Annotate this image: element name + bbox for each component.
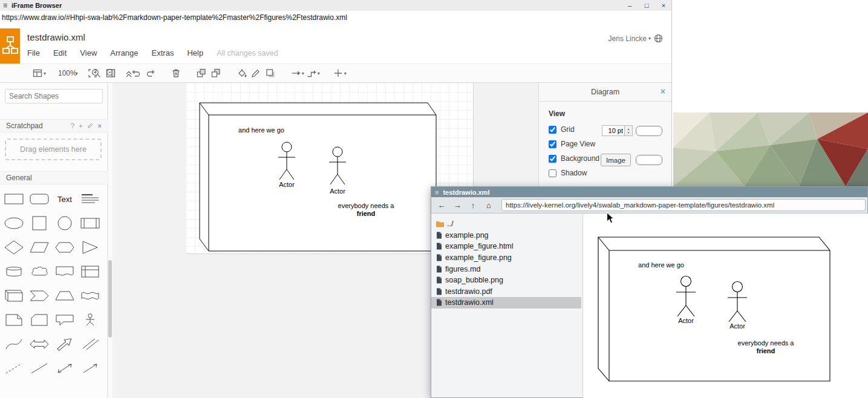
- home-button[interactable]: ⌂: [482, 199, 495, 211]
- shape-bidirectional-arrow[interactable]: [27, 332, 52, 356]
- shape-bidirectional-connector[interactable]: [52, 356, 77, 380]
- user-menu[interactable]: Jens Lincke ▾: [609, 34, 663, 43]
- file-row[interactable]: testdrawio.pdf: [431, 286, 581, 298]
- globe-icon[interactable]: [654, 34, 663, 43]
- line-color-button[interactable]: [249, 65, 263, 81]
- scratchpad-drop-zone[interactable]: Drag elements here: [5, 139, 102, 160]
- shape-square[interactable]: [27, 211, 52, 235]
- menu-extras[interactable]: Extras: [152, 48, 174, 57]
- shape-directional-connector[interactable]: [77, 356, 103, 380]
- shape-text[interactable]: Text: [52, 187, 77, 211]
- back-button[interactable]: ←: [435, 199, 448, 211]
- shape-arrow[interactable]: [52, 332, 77, 356]
- format-panel-title[interactable]: Diagram: [591, 88, 619, 96]
- shadow-button[interactable]: [263, 65, 278, 81]
- shape-circle[interactable]: [52, 211, 77, 235]
- box-label[interactable]: and here we go: [238, 126, 284, 134]
- shape-note[interactable]: [1, 308, 27, 332]
- caption-line2[interactable]: friend: [357, 210, 376, 217]
- format-close-icon[interactable]: ×: [661, 86, 665, 96]
- scratchpad-close-icon[interactable]: ×: [98, 122, 102, 129]
- grid-checkbox[interactable]: [549, 126, 556, 134]
- connection-button[interactable]: [289, 65, 303, 81]
- shape-callout[interactable]: [52, 308, 77, 332]
- file-row[interactable]: example_figure.html: [431, 241, 581, 252]
- page-view-button[interactable]: [30, 65, 45, 81]
- shape-line[interactable]: [27, 356, 52, 380]
- sidebar-scrollbar-track[interactable]: [108, 83, 113, 398]
- caption-line1[interactable]: everybody needs a: [338, 202, 395, 209]
- edit-pencil-icon[interactable]: [87, 122, 94, 130]
- actor1-label[interactable]: Actor: [279, 181, 295, 188]
- chevron-down-icon[interactable]: ▾: [344, 71, 347, 76]
- to-back-button[interactable]: [209, 65, 223, 81]
- file-row-selected[interactable]: testdrawio.xml: [431, 297, 581, 308]
- menu-help[interactable]: Help: [187, 48, 203, 57]
- maximize-button[interactable]: □: [642, 0, 651, 11]
- shape-curve[interactable]: [1, 332, 27, 356]
- window-menu-icon[interactable]: ≡: [435, 189, 439, 196]
- menu-view[interactable]: View: [80, 48, 97, 57]
- lively-titlebar[interactable]: ≡ testdrawio.xml: [431, 187, 867, 197]
- collapse-button[interactable]: [122, 65, 136, 81]
- forward-button[interactable]: →: [451, 199, 464, 211]
- grid-color-swatch[interactable]: [636, 126, 662, 136]
- shape-step[interactable]: [27, 284, 52, 308]
- window-menu-icon[interactable]: ≡: [3, 1, 7, 10]
- shadow-checkbox[interactable]: [549, 169, 556, 177]
- page-view-checkbox[interactable]: [549, 140, 556, 148]
- shape-cylinder[interactable]: [1, 259, 27, 284]
- actor2-label[interactable]: Actor: [330, 188, 345, 195]
- up-button[interactable]: ↑: [466, 199, 480, 211]
- shape-card[interactable]: [27, 308, 52, 332]
- format-panel-toggle-button[interactable]: [103, 65, 118, 81]
- file-row[interactable]: soap_bubble.png: [431, 275, 581, 286]
- shape-actor[interactable]: [77, 308, 103, 332]
- file-row[interactable]: example.png: [431, 230, 581, 241]
- redo-button[interactable]: [143, 65, 158, 81]
- window-titlebar[interactable]: ≡ iFrame Browser – □ ×: [0, 0, 671, 11]
- shape-triangle[interactable]: [77, 235, 103, 259]
- shape-process[interactable]: [77, 211, 103, 235]
- shape-textbox[interactable]: [77, 187, 103, 211]
- file-row[interactable]: figures.md: [431, 263, 581, 275]
- shape-dashed-line[interactable]: [1, 356, 27, 380]
- fill-color-button[interactable]: [234, 65, 249, 81]
- grid-size-stepper[interactable]: ▴ ▾: [624, 125, 633, 136]
- shape-ellipse[interactable]: [1, 211, 27, 235]
- close-button[interactable]: ×: [659, 0, 668, 11]
- help-icon[interactable]: ?: [71, 122, 74, 129]
- lively-url-input[interactable]: [501, 199, 866, 211]
- file-row[interactable]: example_figure.png: [431, 252, 581, 264]
- shape-cube[interactable]: [1, 284, 27, 308]
- image-button[interactable]: Image: [601, 154, 631, 166]
- shape-diamond[interactable]: [1, 235, 27, 259]
- shape-rounded-rectangle[interactable]: [27, 187, 52, 211]
- shape-document[interactable]: [52, 259, 77, 284]
- sidebar-scrollbar-thumb[interactable]: [108, 260, 112, 338]
- menu-file[interactable]: File: [27, 48, 40, 57]
- fullscreen-button[interactable]: [85, 65, 100, 81]
- shape-hexagon[interactable]: [52, 235, 77, 259]
- menu-arrange[interactable]: Arrange: [110, 48, 138, 57]
- delete-button[interactable]: [169, 65, 183, 81]
- shape-parallelogram[interactable]: [27, 235, 52, 259]
- grid-size-input[interactable]: [602, 125, 624, 136]
- file-row-parent[interactable]: ../: [431, 218, 581, 230]
- add-icon[interactable]: +: [79, 122, 82, 129]
- minimize-button[interactable]: –: [625, 0, 634, 11]
- shape-trapezoid[interactable]: [52, 284, 77, 308]
- waypoints-button[interactable]: [304, 65, 319, 81]
- shape-rectangle[interactable]: [1, 187, 27, 211]
- chevron-down-icon[interactable]: ▾: [76, 71, 78, 76]
- cube-shape[interactable]: [200, 103, 436, 251]
- menu-edit[interactable]: Edit: [53, 48, 67, 57]
- insert-button[interactable]: [331, 65, 345, 81]
- chevron-down-icon[interactable]: ▾: [44, 71, 46, 76]
- to-front-button[interactable]: [194, 65, 209, 81]
- background-color-swatch[interactable]: [636, 155, 662, 165]
- shape-cloud[interactable]: [27, 259, 52, 284]
- chevron-down-icon[interactable]: ▾: [318, 71, 320, 76]
- zoom-level[interactable]: 100%: [58, 69, 77, 77]
- shape-link[interactable]: [77, 332, 103, 356]
